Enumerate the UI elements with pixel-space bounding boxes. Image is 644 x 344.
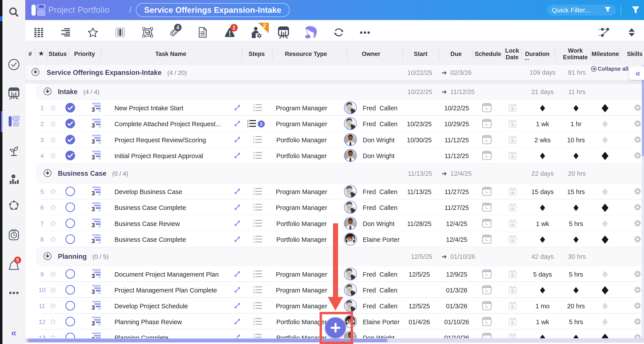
board-view-icon[interactable] (278, 27, 289, 39)
warnings-icon[interactable]: 2 (224, 28, 235, 38)
expand-task-icon[interactable] (234, 189, 240, 195)
outline-indent-icon[interactable] (61, 28, 70, 38)
task-name[interactable]: Business Case Review (114, 220, 180, 227)
collapse-panel-button[interactable]: « (629, 66, 644, 80)
task-settings-gear-icon[interactable] (634, 286, 642, 295)
priority-icon[interactable]: 3 (92, 150, 101, 161)
lock-date-icon[interactable] (508, 203, 517, 212)
task-settings-gear-icon[interactable] (634, 136, 642, 144)
task-name[interactable]: Complete Attached Project Request... (114, 121, 221, 128)
status-open-icon[interactable] (65, 301, 75, 312)
col-lock-date[interactable]: Lock Date (505, 47, 519, 61)
priority-icon[interactable]: 3 (92, 316, 101, 327)
status-complete-icon[interactable] (65, 119, 75, 130)
collapse-all-button[interactable]: Collapse all (591, 66, 628, 72)
lock-date-icon[interactable] (508, 119, 517, 129)
priority-icon[interactable]: 3 (92, 269, 101, 280)
task-name[interactable]: Business Case Complete (114, 236, 186, 243)
star-icon[interactable] (50, 220, 56, 227)
task-row[interactable]: 3 3 Project Request Review/Scoring (25, 132, 644, 147)
owner-avatar[interactable] (344, 101, 357, 115)
project-summary-row[interactable]: Service Offerings Expansion-Intake(4 / 2… (25, 64, 644, 80)
steps-icon[interactable]: 123 (253, 151, 262, 161)
resources-icon[interactable]: 2 (251, 27, 264, 39)
priority-icon[interactable]: 3 (92, 202, 101, 213)
steps-icon[interactable]: 123 (253, 317, 262, 326)
schedule-icon[interactable] (482, 235, 492, 244)
col-star[interactable]: ★ (38, 50, 44, 57)
steps-icon[interactable]: 123 (253, 203, 262, 212)
expand-task-icon[interactable] (234, 204, 240, 211)
task-settings-gear-icon[interactable] (634, 317, 642, 326)
steps-icon-active[interactable]: 123 (247, 119, 256, 129)
expand-task-icon[interactable] (234, 271, 240, 278)
schedule-icon[interactable] (482, 285, 492, 295)
columns-view-icon[interactable] (116, 28, 125, 38)
star-icon[interactable] (50, 303, 56, 309)
steps-icon[interactable]: 123 (253, 219, 262, 228)
task-row[interactable]: 5 3 Develop Business Case (25, 183, 644, 199)
expand-task-icon[interactable] (234, 287, 240, 294)
priority-icon[interactable]: 3 (92, 135, 101, 146)
owner-avatar[interactable] (344, 217, 357, 231)
search-icon[interactable] (8, 7, 20, 18)
lock-date-icon[interactable] (508, 301, 517, 311)
schedule-icon[interactable] (482, 119, 492, 129)
section-header-row[interactable]: Planning(0 / 5) 12/5/25 ➔ 01/10/26 42 da… (36, 247, 644, 266)
expand-task-icon[interactable] (234, 303, 240, 310)
priority-icon[interactable]: 3 (92, 103, 101, 114)
star-icon[interactable] (50, 189, 56, 195)
task-settings-gear-icon[interactable] (634, 120, 642, 128)
col-status[interactable]: Status (49, 51, 67, 57)
status-open-icon[interactable] (65, 234, 75, 245)
steps-icon[interactable]: 123 (253, 235, 262, 244)
schedule-icon[interactable] (482, 203, 492, 213)
section-collapse-arrow-icon[interactable] (43, 169, 52, 178)
steps-icon[interactable]: 123 (253, 135, 262, 145)
assistant-icon[interactable] (305, 26, 317, 40)
priority-icon[interactable]: 3 (92, 234, 101, 245)
schedule-icon[interactable] (482, 187, 492, 197)
resource-utilization-icon[interactable] (8, 174, 20, 185)
lock-date-icon[interactable] (508, 269, 517, 279)
grid-view-icon[interactable] (34, 28, 44, 38)
owner-avatar[interactable] (344, 233, 357, 247)
expand-task-icon[interactable] (234, 319, 240, 325)
owner-avatar[interactable] (344, 133, 357, 147)
quick-filter-input[interactable]: Quick Filter... (547, 5, 616, 16)
expand-task-icon[interactable] (234, 137, 240, 143)
col-steps[interactable]: Steps (248, 51, 265, 57)
star-icon[interactable] (50, 271, 56, 278)
sort-icon[interactable] (628, 28, 636, 38)
notifications-bell-icon[interactable]: 5 (8, 259, 20, 271)
star-icon[interactable] (50, 287, 56, 293)
more-tools-icon[interactable] (360, 31, 370, 35)
col-skills[interactable]: Skills (627, 51, 643, 57)
time-clock-icon[interactable] (8, 228, 20, 241)
refresh-icon[interactable] (334, 27, 344, 39)
tasks-check-icon[interactable] (8, 59, 20, 71)
priority-icon[interactable]: 3 (92, 186, 101, 197)
priority-icon[interactable]: 3 (92, 119, 101, 130)
task-settings-gear-icon[interactable] (634, 187, 642, 196)
schedule-icon[interactable] (482, 135, 492, 145)
col-schedule[interactable]: Schedule (475, 51, 501, 57)
expand-task-icon[interactable] (234, 236, 240, 243)
status-open-icon[interactable] (65, 285, 75, 296)
attachments-icon[interactable]: 4 (169, 27, 180, 39)
status-open-icon[interactable] (65, 316, 75, 327)
owner-avatar[interactable] (344, 149, 357, 163)
owner-avatar[interactable] (344, 185, 357, 199)
network-icon[interactable] (8, 200, 20, 212)
task-settings-gear-icon[interactable] (634, 203, 642, 212)
lock-date-icon[interactable] (508, 135, 517, 145)
star-icon[interactable] (50, 153, 56, 159)
star-icon[interactable] (50, 236, 56, 243)
star-icon[interactable] (50, 319, 56, 325)
projects-board-icon[interactable] (8, 87, 19, 99)
task-settings-gear-icon[interactable] (634, 104, 642, 113)
star-icon[interactable] (50, 205, 56, 211)
baseline-frame-icon[interactable] (142, 27, 153, 38)
star-icon[interactable] (50, 121, 56, 127)
growth-sprout-icon[interactable] (8, 145, 20, 157)
